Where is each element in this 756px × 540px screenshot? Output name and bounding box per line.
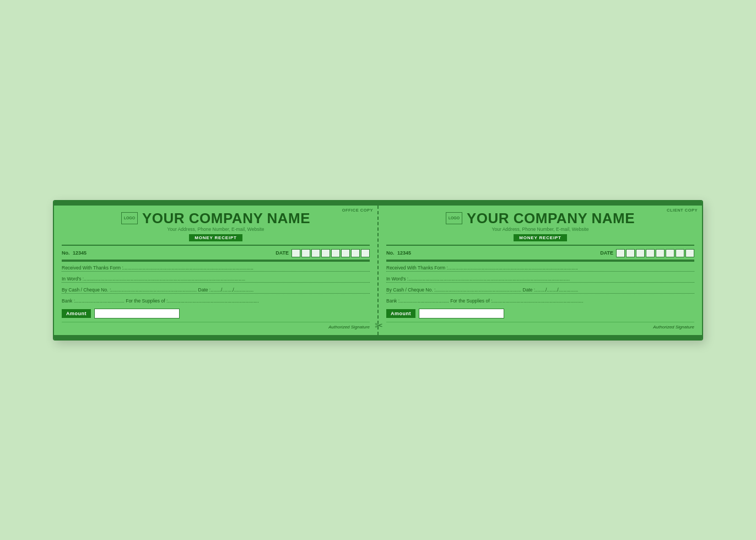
right-date-box-8[interactable]: [685, 249, 694, 257]
left-content: Received With Thanks Form :.............…: [62, 261, 370, 318]
right-date-label: DATE: [600, 250, 613, 256]
left-authorized-label: Authorized Signature: [328, 325, 370, 330]
right-inwords-line: In Word's :.............................…: [386, 276, 694, 283]
right-no-value: 12345: [397, 250, 411, 256]
left-date-box-6[interactable]: [341, 249, 350, 257]
left-date-field: DATE: [276, 249, 370, 257]
left-date-box-1[interactable]: [291, 249, 300, 257]
right-date-box-6[interactable]: [666, 249, 674, 257]
left-no-value: 12345: [73, 250, 87, 256]
left-receipt: OFFICE COPY LOGO YOUR COMPANY NAME Your …: [54, 206, 377, 335]
right-no-date-row: No. 12345 DATE: [386, 249, 694, 257]
right-received-line: Received With Thanks Form :.............…: [386, 265, 694, 272]
left-date-box-4[interactable]: [321, 249, 330, 257]
left-authorized-row: Authorized Signature: [62, 322, 370, 331]
left-amount-badge: Amount: [62, 309, 91, 318]
right-header: LOGO YOUR COMPANY NAME Your Address, Pho…: [386, 211, 694, 246]
receipt-wrapper: OFFICE COPY LOGO YOUR COMPANY NAME Your …: [53, 200, 703, 341]
left-bycash-line: By Cash / Cheque No. :..................…: [62, 287, 370, 294]
right-address: Your Address, Phone Number, E-mail, Webs…: [492, 226, 589, 232]
left-date-box-2[interactable]: [301, 249, 310, 257]
right-date-box-7[interactable]: [676, 249, 684, 257]
left-company-name: YOUR COMPANY NAME: [142, 211, 310, 225]
left-no-field: No. 12345: [62, 250, 87, 256]
right-authorized-label: Authorized Signature: [653, 325, 694, 330]
right-receipt: CLIENT COPY LOGO YOUR COMPANY NAME Your …: [379, 206, 702, 335]
left-header: LOGO YOUR COMPANY NAME Your Address, Pho…: [62, 211, 370, 246]
right-amount-input[interactable]: [419, 309, 504, 318]
right-date-box-5[interactable]: [656, 249, 665, 257]
top-strip: [54, 201, 702, 206]
right-logo-text: LOGO: [449, 216, 460, 220]
right-logo-title-row: LOGO YOUR COMPANY NAME: [446, 211, 635, 225]
left-amount-input[interactable]: [94, 309, 180, 318]
right-money-receipt-badge: MONEY RECEIPT: [514, 234, 567, 241]
left-date-box-3[interactable]: [311, 249, 320, 257]
right-date-box-2[interactable]: [626, 249, 635, 257]
right-bycash-line: By Cash / Cheque No. :..................…: [386, 287, 694, 294]
client-copy-label: CLIENT COPY: [667, 208, 698, 213]
left-inwords-line: In Word's :.............................…: [62, 276, 370, 283]
office-copy-label: OFFICE COPY: [342, 208, 373, 213]
receipt-body: OFFICE COPY LOGO YOUR COMPANY NAME Your …: [54, 206, 702, 335]
right-authorized-row: Authorized Signature: [386, 322, 694, 331]
left-logo-box: LOGO: [121, 212, 138, 224]
bottom-strip: [54, 335, 702, 339]
right-no-field: No. 12345: [386, 250, 411, 256]
right-amount-row: Amount: [386, 309, 694, 318]
left-no-label: No.: [62, 250, 70, 256]
left-date-label: DATE: [276, 250, 289, 256]
left-logo-title-row: LOGO YOUR COMPANY NAME: [121, 211, 310, 225]
left-amount-row: Amount: [62, 309, 370, 318]
left-money-receipt-badge: MONEY RECEIPT: [189, 234, 242, 241]
left-bank-line: Bank :..................................…: [62, 298, 370, 304]
right-amount-badge: Amount: [386, 309, 415, 318]
right-no-label: No.: [386, 250, 395, 256]
left-logo-text: LOGO: [124, 216, 136, 220]
right-content: Received With Thanks Form :.............…: [386, 261, 694, 318]
right-bank-line: Bank :..................................…: [386, 298, 694, 304]
left-received-line: Received With Thanks Form :.............…: [62, 265, 370, 272]
right-date-box-3[interactable]: [636, 249, 645, 257]
left-date-box-8[interactable]: [361, 249, 370, 257]
left-no-date-row: No. 12345 DATE: [62, 249, 370, 257]
left-address: Your Address, Phone Number, E-mail, Webs…: [168, 226, 264, 232]
left-date-box-7[interactable]: [351, 249, 360, 257]
left-date-box-5[interactable]: [331, 249, 340, 257]
right-date-field: DATE: [600, 249, 694, 257]
right-date-box-4[interactable]: [646, 249, 655, 257]
right-date-box-1[interactable]: [616, 249, 625, 257]
right-company-name: YOUR COMPANY NAME: [467, 211, 635, 225]
right-logo-box: LOGO: [446, 212, 462, 224]
